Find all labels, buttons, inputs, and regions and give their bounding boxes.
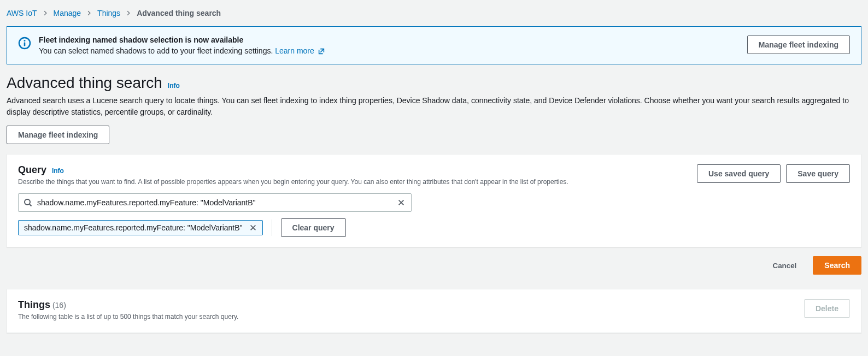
- breadcrumb-current: Advanced thing search: [137, 9, 221, 17]
- svg-rect-2: [24, 43, 26, 46]
- page-description: Advanced search uses a Lucene search que…: [7, 95, 861, 118]
- query-panel: Query Info Describe the things that you …: [7, 154, 861, 247]
- info-banner-description: You can select named shadows to add to y…: [39, 46, 740, 55]
- page-info-link[interactable]: Info: [168, 82, 180, 90]
- things-panel-title: Things: [18, 299, 50, 310]
- things-panel: Things (16) The following table is a lis…: [7, 289, 861, 333]
- page-title: Advanced thing search: [7, 74, 162, 92]
- clear-input-button[interactable]: [395, 197, 407, 209]
- query-info-link[interactable]: Info: [52, 167, 64, 175]
- info-banner: Fleet indexing named shadow selection is…: [7, 26, 861, 64]
- svg-point-1: [24, 40, 26, 41]
- breadcrumb: AWS IoT Manage Things Advanced thing sea…: [7, 7, 861, 26]
- cancel-button[interactable]: Cancel: [762, 258, 808, 273]
- query-input[interactable]: [18, 193, 412, 212]
- divider: [272, 219, 272, 236]
- save-query-button[interactable]: Save query: [786, 164, 850, 183]
- query-panel-title: Query: [18, 164, 46, 175]
- chevron-right-icon: [43, 10, 48, 16]
- close-icon: [249, 224, 257, 232]
- chevron-right-icon: [126, 10, 131, 16]
- info-banner-title: Fleet indexing named shadow selection is…: [39, 35, 740, 44]
- external-link-icon: [318, 48, 325, 55]
- use-saved-query-button[interactable]: Use saved query: [697, 164, 781, 183]
- query-token-label: shadow.name.myFeatures.reported.myFeatur…: [24, 223, 243, 232]
- breadcrumb-manage[interactable]: Manage: [54, 9, 81, 17]
- manage-fleet-indexing-button[interactable]: Manage fleet indexing: [7, 126, 109, 144]
- query-panel-description: Describe the things that you want to fin…: [18, 178, 689, 186]
- things-panel-description: The following table is a list of up to 5…: [18, 313, 796, 321]
- chevron-right-icon: [86, 10, 92, 16]
- clear-query-button[interactable]: Clear query: [281, 218, 346, 237]
- search-button[interactable]: Search: [813, 256, 861, 275]
- learn-more-link[interactable]: Learn more: [275, 46, 325, 55]
- delete-button[interactable]: Delete: [804, 299, 850, 318]
- breadcrumb-things[interactable]: Things: [97, 9, 120, 17]
- close-icon: [397, 199, 405, 206]
- manage-fleet-indexing-banner-button[interactable]: Manage fleet indexing: [747, 35, 850, 54]
- breadcrumb-aws-iot[interactable]: AWS IoT: [7, 9, 37, 17]
- things-count: (16): [52, 301, 66, 310]
- info-icon: [18, 37, 31, 50]
- query-token: shadow.name.myFeatures.reported.myFeatur…: [18, 220, 263, 235]
- remove-token-button[interactable]: [247, 223, 259, 233]
